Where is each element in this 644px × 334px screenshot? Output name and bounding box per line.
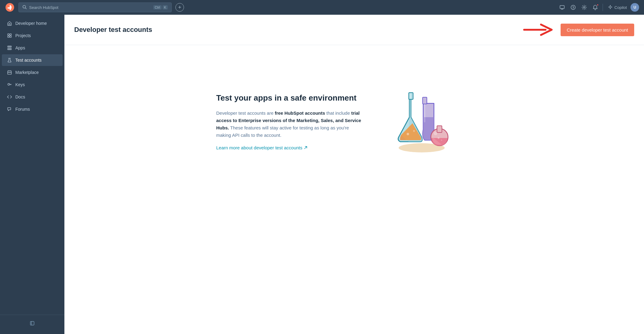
sidebar-item-label: Marketplace — [15, 70, 39, 75]
svg-point-28 — [413, 130, 415, 132]
user-avatar[interactable]: U — [631, 3, 639, 12]
learn-more-link[interactable]: Learn more about developer test accounts — [216, 145, 308, 150]
sidebar-item-label: Keys — [15, 82, 25, 87]
copilot-button[interactable]: Copilot — [605, 4, 629, 11]
svg-text:?: ? — [572, 6, 574, 10]
notification-badge — [596, 4, 599, 6]
search-bar[interactable]: Search HubSpot Ctrl K — [18, 2, 172, 12]
sidebar: Developer home Projects — [0, 15, 64, 334]
body-bold-1: free HubSpot accounts — [275, 110, 325, 116]
header-actions: Create developer test account — [523, 22, 634, 37]
svg-rect-9 — [8, 34, 9, 35]
lab-illustration — [388, 88, 455, 155]
sidebar-item-docs[interactable]: Docs — [2, 91, 63, 103]
svg-rect-32 — [437, 126, 442, 132]
empty-state-content: Test your apps in a safe environment Dev… — [64, 45, 644, 198]
sidebar-item-label: Forums — [15, 107, 30, 112]
body-intro: Developer test accounts are — [216, 110, 275, 116]
sidebar-item-forums[interactable]: Forums — [2, 103, 63, 115]
home-icon — [7, 21, 12, 26]
sidebar-item-test-accounts[interactable]: Test accounts — [2, 54, 63, 66]
page-header: Developer test accounts Create developer… — [64, 15, 644, 45]
sidebar-item-label: Projects — [15, 33, 31, 38]
hubspot-logo[interactable] — [5, 2, 15, 12]
svg-rect-18 — [9, 48, 10, 50]
svg-point-33 — [434, 132, 437, 135]
screen-share-icon[interactable] — [557, 2, 567, 12]
svg-rect-3 — [560, 6, 564, 9]
svg-point-8 — [583, 7, 585, 8]
app-layout: Developer home Projects — [0, 15, 644, 334]
content-body-text: Developer test accounts are free HubSpot… — [216, 109, 363, 139]
sidebar-item-label: Apps — [15, 45, 25, 50]
grid-icon — [7, 33, 12, 38]
sidebar-item-projects[interactable]: Projects — [2, 30, 63, 41]
sidebar-collapse-button[interactable] — [2, 319, 63, 328]
svg-rect-26 — [409, 93, 411, 99]
body-mid: that include — [325, 110, 351, 116]
page-title: Developer test accounts — [74, 26, 152, 34]
sidebar-item-label: Docs — [15, 94, 25, 99]
copilot-label: Copilot — [615, 5, 627, 10]
svg-rect-11 — [8, 36, 9, 37]
svg-line-2 — [25, 8, 27, 9]
content-heading: Test your apps in a safe environment — [216, 93, 363, 103]
test-tube-icon — [7, 57, 12, 63]
forum-icon — [7, 106, 12, 112]
help-icon[interactable]: ? — [568, 2, 578, 12]
sidebar-item-marketplace[interactable]: Marketplace — [2, 67, 63, 78]
svg-point-34 — [438, 137, 439, 139]
content-card: Test your apps in a safe environment Dev… — [216, 88, 492, 155]
sidebar-item-developer-home[interactable]: Developer home — [2, 17, 63, 29]
top-navigation: Search HubSpot Ctrl K + ? — [0, 0, 644, 15]
sidebar-item-label: Developer home — [15, 21, 47, 26]
search-placeholder-text: Search HubSpot — [29, 5, 58, 10]
apps-icon — [7, 45, 12, 51]
svg-rect-17 — [9, 46, 10, 47]
sidebar-bottom — [0, 315, 64, 332]
topnav-icon-group: ? Copilot U — [557, 2, 639, 12]
nav-divider — [603, 4, 603, 11]
arrow-indicator — [523, 22, 553, 37]
create-developer-test-account-button[interactable]: Create developer test account — [561, 24, 634, 36]
sidebar-item-keys[interactable]: Keys — [2, 79, 63, 90]
svg-rect-29 — [423, 97, 427, 104]
keyboard-shortcut: Ctrl K — [153, 5, 168, 10]
code-icon — [7, 94, 12, 100]
settings-icon[interactable] — [579, 2, 589, 12]
key-icon — [7, 82, 12, 87]
notifications-icon[interactable] — [590, 2, 600, 12]
main-content: Developer test accounts Create developer… — [64, 15, 644, 334]
content-text-block: Test your apps in a safe environment Dev… — [216, 93, 363, 151]
search-icon — [22, 5, 27, 10]
add-button[interactable]: + — [175, 3, 184, 12]
svg-rect-10 — [10, 34, 11, 35]
sidebar-item-label: Test accounts — [15, 58, 42, 63]
sidebar-item-apps[interactable]: Apps — [2, 42, 63, 54]
svg-point-35 — [441, 140, 442, 141]
svg-rect-30 — [424, 104, 425, 122]
body-end: These features will stay active for test… — [216, 125, 349, 138]
svg-point-27 — [407, 133, 409, 135]
store-icon — [7, 70, 12, 75]
svg-rect-12 — [10, 36, 11, 37]
